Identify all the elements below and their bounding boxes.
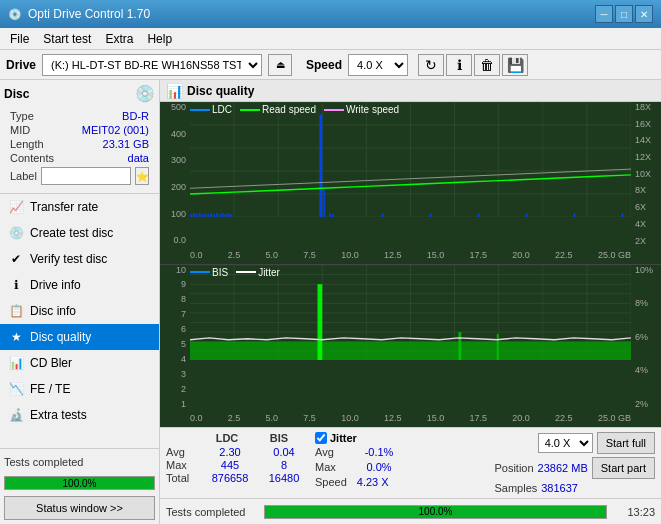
stats-panel: LDC BIS Avg 2.30 0.04 Max 445 8 Total [160,427,661,498]
speed-select-stats[interactable]: 4.0 X [538,433,593,453]
extra-tests-label: Extra tests [30,408,87,422]
start-full-button[interactable]: Start full [597,432,655,454]
extra-tests-icon: 🔬 [8,407,24,423]
disc-contents-value: data [128,152,149,164]
sidebar-item-disc-quality[interactable]: ★ Disc quality [0,324,159,350]
sidebar-item-cd-bler[interactable]: 📊 CD Bler [0,350,159,376]
svg-rect-37 [478,213,480,217]
menu-file[interactable]: File [4,30,35,48]
rotate-button[interactable]: ↻ [418,54,444,76]
disc-label-btn[interactable]: ⭐ [135,167,149,185]
top-chart: LDC Read speed Write speed 500 400 [160,102,661,265]
eject-button[interactable]: ⏏ [268,54,292,76]
jitter-legend-color [236,271,256,273]
svg-rect-25 [216,213,218,217]
stats-total-row: Total 876658 16480 [166,472,309,484]
jitter-checkbox[interactable] [315,432,327,444]
drive-bar: Drive (K:) HL-DT-ST BD-RE WH16NS58 TST4 … [0,50,661,80]
drive-info-icon: ℹ [8,277,24,293]
disc-mid-row: MID MEIT02 (001) [8,123,151,137]
cd-bler-label: CD Bler [30,356,72,370]
chart-header-icon: 📊 [166,83,183,99]
menu-help[interactable]: Help [141,30,178,48]
bis-legend-label: BIS [212,267,228,278]
svg-rect-20 [202,214,204,217]
disc-quality-icon: ★ [8,329,24,345]
svg-rect-34 [332,214,334,217]
progress-area: 100.0% [0,474,159,492]
speed-select-row: 4.0 X Start full [494,432,655,454]
title-bar-controls: ─ □ ✕ [595,5,653,23]
bis-legend: BIS [190,267,228,278]
erase-button[interactable]: 🗑 [474,54,500,76]
jitter-avg-row: Avg -0.1% [315,446,435,458]
sidebar-item-verify-test-disc[interactable]: ✔ Verify test disc [0,246,159,272]
disc-label-input[interactable] [41,167,131,185]
disc-type-row: Type BD-R [8,109,151,123]
max-label: Max [166,459,201,471]
chart-header: 📊 Disc quality [160,80,661,102]
minimize-button[interactable]: ─ [595,5,613,23]
disc-header: Disc 💿 [4,84,155,103]
progress-text: 100.0% [5,477,154,489]
speed-label: Speed [306,58,342,72]
max-ldc: 445 [205,459,255,471]
close-button[interactable]: ✕ [635,5,653,23]
transfer-rate-label: Transfer rate [30,200,98,214]
svg-rect-35 [382,213,384,217]
sidebar-item-drive-info[interactable]: ℹ Drive info [0,272,159,298]
transfer-rate-icon: 📈 [8,199,24,215]
top-y-axis-left: 500 400 300 200 100 0.0 [160,102,188,246]
jitter-max-label: Max [315,461,350,473]
stats-max-row: Max 445 8 [166,459,309,471]
menu-start-test[interactable]: Start test [37,30,97,48]
read-speed-legend-label: Read speed [262,104,316,115]
svg-rect-36 [430,213,432,217]
svg-rect-26 [219,214,221,217]
read-speed-legend-color [240,109,260,111]
sidebar-item-transfer-rate[interactable]: 📈 Transfer rate [0,194,159,220]
avg-bis: 0.04 [259,446,309,458]
bottom-status-bar: Tests completed 100.0% 13:23 [160,498,661,524]
right-panel: 📊 Disc quality LDC Read speed [160,80,661,524]
bottom-chart-legend: BIS Jitter [190,267,280,278]
position-value: 23862 MB [538,462,588,474]
main-content: Disc 💿 Type BD-R MID MEIT02 (001) Length… [0,80,661,524]
save-button[interactable]: 💾 [502,54,528,76]
svg-rect-62 [190,341,631,360]
jitter-label: Jitter [330,432,357,444]
bottom-progress-container: 100.0% [264,505,607,519]
sidebar-item-fe-te[interactable]: 📉 FE / TE [0,376,159,402]
top-chart-svg [190,102,631,217]
svg-rect-38 [526,213,528,217]
disc-length-label: Length [10,138,44,150]
stats-avg-row: Avg 2.30 0.04 [166,446,309,458]
sidebar-item-create-test-disc[interactable]: 💿 Create test disc [0,220,159,246]
app-icon: 💿 [8,8,22,21]
sidebar-item-extra-tests[interactable]: 🔬 Extra tests [0,402,159,428]
speed-select[interactable]: 4.0 X [348,54,408,76]
svg-rect-27 [222,213,224,217]
sidebar-item-disc-info[interactable]: 📋 Disc info [0,298,159,324]
bis-header: BIS [254,432,304,444]
fe-te-icon: 📉 [8,381,24,397]
svg-rect-19 [199,213,201,217]
ldc-legend-color [190,109,210,111]
progress-bar-container: 100.0% [4,476,155,490]
write-speed-legend-color [324,109,344,111]
svg-rect-33 [329,213,331,217]
svg-rect-65 [497,334,499,361]
position-row: Position 23862 MB Start part [494,457,655,479]
drive-select[interactable]: (K:) HL-DT-ST BD-RE WH16NS58 TST4 [42,54,262,76]
status-completed-text: Tests completed [166,506,256,518]
avg-ldc: 2.30 [205,446,255,458]
start-part-button[interactable]: Start part [592,457,655,479]
maximize-button[interactable]: □ [615,5,633,23]
menu-extra[interactable]: Extra [99,30,139,48]
info-button[interactable]: ℹ [446,54,472,76]
status-window-button[interactable]: Status window >> [4,496,155,520]
disc-details: Type BD-R MID MEIT02 (001) Length 23.31 … [4,107,155,189]
disc-info-label: Disc info [30,304,76,318]
disc-contents-label: Contents [10,152,54,164]
svg-rect-29 [227,213,229,217]
